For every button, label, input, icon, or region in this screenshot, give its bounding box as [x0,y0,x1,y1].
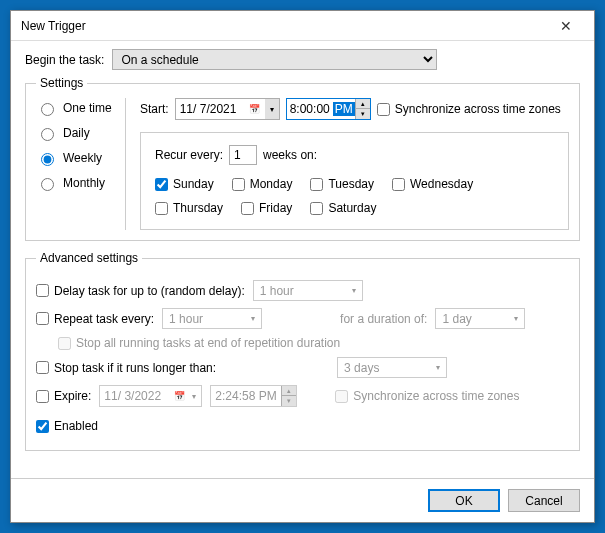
expire-sync-check: Synchronize across time zones [335,389,519,403]
chevron-down-icon: ▾ [430,358,446,377]
chevron-down-icon[interactable]: ▾ [265,99,279,119]
chevron-down-icon: ▾ [346,281,362,300]
calendar-icon: 📅 [172,391,187,401]
enabled-check[interactable]: Enabled [36,419,98,433]
delay-combo: 1 hour ▾ [253,280,363,301]
recur-input[interactable] [229,145,257,165]
chevron-down-icon: ▾ [245,309,261,328]
stop-running-check: Stop all running tasks at end of repetit… [58,336,340,350]
close-button[interactable]: ✕ [546,14,586,38]
expire-date-picker: 11/ 3/2022 📅 ▾ [99,385,202,407]
recur-label: Recur every: [155,148,223,162]
start-time-value[interactable]: 8:00:00 [287,102,333,116]
sync-timezone-check[interactable]: Synchronize across time zones [377,102,561,116]
day-thursday[interactable]: Thursday [155,201,223,215]
time-spinner: ▴ ▾ [281,386,296,406]
chevron-down-icon: ▾ [187,392,201,401]
close-icon: ✕ [560,18,572,34]
expire-time-picker: 2:24:58 PM ▴ ▾ [210,385,297,407]
start-date-input[interactable] [176,102,246,116]
duration-label: for a duration of: [340,312,427,326]
delay-check[interactable]: Delay task for up to (random delay): [36,284,245,298]
duration-combo: 1 day ▾ [435,308,525,329]
weeks-on-label: weeks on: [263,148,317,162]
spin-down-icon: ▾ [282,396,296,406]
day-wednesday[interactable]: Wednesday [392,177,473,191]
weekly-options: Recur every: weeks on: Sunday Monday Tue… [140,132,569,230]
advanced-legend: Advanced settings [36,251,142,265]
calendar-icon[interactable]: 📅 [246,100,264,118]
spin-up-icon[interactable]: ▴ [356,99,370,109]
settings-legend: Settings [36,76,87,90]
cancel-button[interactable]: Cancel [508,489,580,512]
start-time-picker[interactable]: 8:00:00 PM ▴ ▾ [286,98,371,120]
spin-up-icon: ▴ [282,386,296,396]
ok-button[interactable]: OK [428,489,500,512]
day-monday[interactable]: Monday [232,177,293,191]
chevron-down-icon: ▾ [508,309,524,328]
time-spinner: ▴ ▾ [355,99,370,119]
radio-monthly[interactable]: Monthly [36,175,119,191]
stop-longer-check[interactable]: Stop task if it runs longer than: [36,361,216,375]
start-label: Start: [140,102,169,116]
start-date-picker[interactable]: 📅 ▾ [175,98,280,120]
titlebar: New Trigger ✕ [11,11,594,41]
expire-check[interactable]: Expire: [36,389,91,403]
dialog-window: New Trigger ✕ Begin the task: On a sched… [10,10,595,523]
repeat-combo: 1 hour ▾ [162,308,262,329]
dialog-footer: OK Cancel [11,478,594,522]
radio-onetime[interactable]: One time [36,100,119,116]
settings-fieldset: Settings One time Daily Weekly [25,76,580,241]
spin-down-icon[interactable]: ▾ [356,109,370,119]
begin-task-select[interactable]: On a schedule [112,49,437,70]
day-saturday[interactable]: Saturday [310,201,376,215]
frequency-radios: One time Daily Weekly Monthly [36,98,126,230]
begin-task-label: Begin the task: [25,53,104,67]
repeat-check[interactable]: Repeat task every: [36,312,154,326]
radio-weekly[interactable]: Weekly [36,150,119,166]
start-time-ampm[interactable]: PM [333,102,355,116]
radio-daily[interactable]: Daily [36,125,119,141]
day-sunday[interactable]: Sunday [155,177,214,191]
advanced-fieldset: Advanced settings Delay task for up to (… [25,251,580,451]
stop-longer-combo: 3 days ▾ [337,357,447,378]
window-title: New Trigger [21,19,546,33]
day-tuesday[interactable]: Tuesday [310,177,374,191]
day-friday[interactable]: Friday [241,201,292,215]
